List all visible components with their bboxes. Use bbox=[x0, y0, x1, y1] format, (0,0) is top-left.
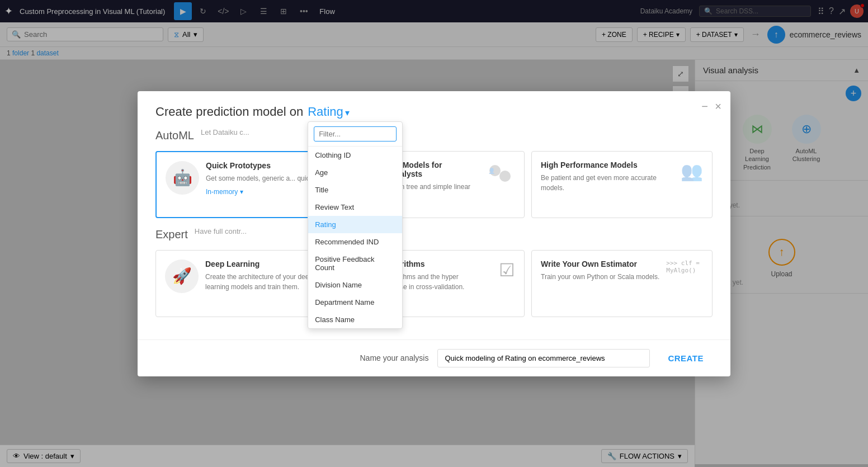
dropdown-item-rating[interactable]: Rating bbox=[308, 216, 402, 233]
write-estimator-card[interactable]: Write Your Own Estimator Train your own … bbox=[531, 250, 713, 317]
target-dropdown-container: Rating ▾ Clothing ID Age Title Review Te… bbox=[308, 105, 350, 119]
code-icon: >>> clf =MyAlgo() bbox=[666, 260, 700, 274]
expert-header: Expert Have full contr... bbox=[155, 227, 713, 244]
write-estimator-desc: Train your own Python or Scala models. bbox=[541, 272, 659, 282]
quick-prototypes-desc: Get some models, generic a... quick. bbox=[206, 173, 315, 183]
dropdown-item-division-name[interactable]: Division Name bbox=[308, 276, 402, 294]
modal-header: Create prediction model on Rating ▾ Clot… bbox=[138, 91, 730, 128]
dropdown-item-title[interactable]: Title bbox=[308, 181, 402, 199]
expert-label: Expert bbox=[155, 228, 188, 241]
automl-header: AutoML Let Dataiku c... bbox=[155, 128, 713, 145]
high-performance-desc: Be patient and get even more accurate mo… bbox=[541, 173, 674, 193]
dropdown-item-positive-feedback[interactable]: Positive Feedback Count bbox=[308, 251, 402, 276]
modal-footer: Name your analysis CREATE bbox=[138, 339, 730, 376]
high-performance-title: High Performance Models bbox=[541, 161, 674, 169]
quick-prototypes-title: Quick Prototypes bbox=[206, 161, 315, 170]
dropdown-item-clothing-id[interactable]: Clothing ID bbox=[308, 147, 402, 164]
dropdown-item-department-name[interactable]: Department Name bbox=[308, 294, 402, 311]
dropdown-item-recommended-ind[interactable]: Recommended IND bbox=[308, 233, 402, 251]
modal-target-caret[interactable]: ▾ bbox=[345, 108, 350, 117]
card-inner-3: High Performance Models Be patient and g… bbox=[541, 161, 703, 193]
modal-title: Create prediction model on bbox=[155, 105, 303, 119]
card-inner: 🤖 Quick Prototypes Get some models, gene… bbox=[166, 161, 327, 196]
automl-label: AutoML bbox=[155, 129, 194, 142]
card-content-3: High Performance Models Be patient and g… bbox=[541, 161, 674, 193]
dropdown-item-review-text[interactable]: Review Text bbox=[308, 199, 402, 216]
dropdown-item-age[interactable]: Age bbox=[308, 164, 402, 181]
in-memory-link[interactable]: In-memory ▾ bbox=[206, 188, 315, 196]
target-dropdown-menu: Clothing ID Age Title Review Text Rating… bbox=[308, 121, 403, 329]
estimator-card-inner: Write Your Own Estimator Train your own … bbox=[541, 260, 703, 282]
interpretable-icon: 👤 bbox=[484, 161, 515, 192]
svg-point-1 bbox=[499, 171, 511, 182]
dropdown-filter-area bbox=[308, 122, 402, 147]
analysis-name-input[interactable] bbox=[437, 349, 650, 367]
rocket-icon-circle: 🚀 bbox=[165, 260, 199, 293]
in-memory-label: In-memory bbox=[206, 188, 238, 196]
high-performance-card[interactable]: High Performance Models Be patient and g… bbox=[531, 151, 713, 218]
card-content: Quick Prototypes Get some models, generi… bbox=[206, 161, 315, 196]
dropdown-filter-input[interactable] bbox=[314, 126, 397, 141]
expert-cards-grid: 🚀 Deep Learning Create the architecture … bbox=[155, 250, 713, 317]
link-caret: ▾ bbox=[240, 188, 243, 196]
algorithms-icon: ☑ bbox=[499, 260, 515, 281]
performance-icon: 👥 bbox=[681, 161, 703, 182]
svg-text:👤: 👤 bbox=[488, 167, 496, 174]
expert-desc: Have full contr... bbox=[195, 227, 247, 235]
modal-close-btn[interactable]: × bbox=[715, 100, 721, 113]
automl-cards-grid: 🤖 Quick Prototypes Get some models, gene… bbox=[155, 151, 713, 218]
robot-icon-circle: 🤖 bbox=[166, 161, 199, 195]
write-estimator-title: Write Your Own Estimator bbox=[541, 260, 659, 268]
modal-overlay[interactable]: Create prediction model on Rating ▾ Clot… bbox=[0, 0, 868, 467]
create-btn[interactable]: CREATE bbox=[659, 349, 713, 367]
dropdown-item-class-name[interactable]: Class Name bbox=[308, 311, 402, 328]
dl-card-inner: 🚀 Deep Learning Create the architecture … bbox=[165, 260, 327, 293]
automl-desc: Let Dataiku c... bbox=[201, 128, 249, 136]
footer-label: Name your analysis bbox=[360, 353, 429, 362]
modal-body: AutoML Let Dataiku c... 🤖 Quick Prototyp… bbox=[138, 128, 730, 339]
modal: Create prediction model on Rating ▾ Clot… bbox=[138, 91, 730, 376]
estimator-card-content: Write Your Own Estimator Train your own … bbox=[541, 260, 659, 282]
modal-minimize-btn[interactable]: − bbox=[701, 100, 708, 113]
modal-target-label[interactable]: Rating bbox=[308, 105, 343, 119]
expert-section: Expert Have full contr... 🚀 Deep Learnin… bbox=[155, 227, 713, 317]
